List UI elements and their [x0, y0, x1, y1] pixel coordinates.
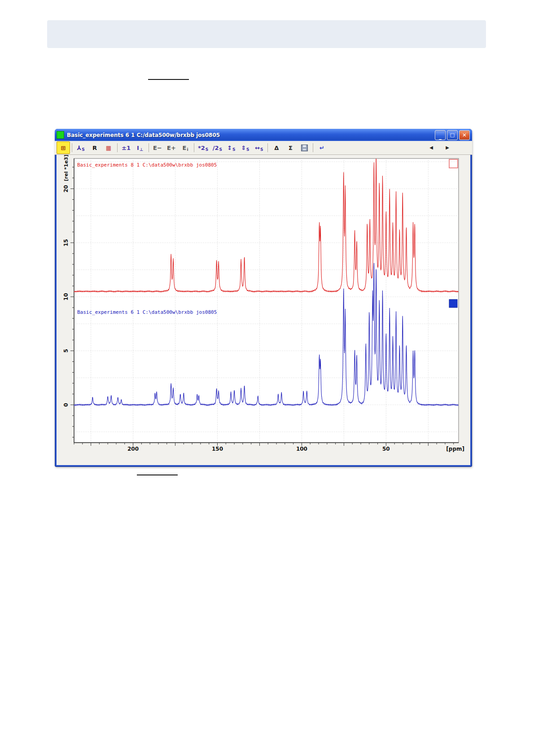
shift-up-down-button[interactable]: ↕S	[224, 141, 238, 154]
toolbar-separator	[149, 143, 149, 152]
x-axis-tick-label: 50	[382, 446, 390, 452]
underlined-text-segment	[137, 475, 178, 475]
floppy-disk-icon	[301, 145, 308, 151]
return-button[interactable]: ↵	[315, 141, 328, 154]
y-axis-tick-label: 0	[63, 403, 69, 407]
scale-vertical-button[interactable]: ⇕S	[238, 141, 252, 154]
difference-button[interactable]: Δ	[270, 141, 283, 154]
expand-initial-button[interactable]: Ei	[179, 141, 192, 154]
toolbar-separator	[194, 143, 194, 152]
expand-left-button[interactable]: E−	[151, 141, 164, 154]
dataset-marker-blue[interactable]	[449, 299, 457, 308]
toolbar-separator	[313, 143, 313, 152]
toolbar-separator	[117, 143, 118, 152]
save-button[interactable]	[298, 141, 311, 154]
spectrum-red-dataset-label: Basic_experiments 8 1 C:\data500w\brxbb …	[77, 162, 217, 168]
reset-scaling-button[interactable]: R	[88, 141, 101, 154]
x-axis-tick-label: 200	[127, 446, 139, 452]
y-axis-tick-label: 20	[63, 185, 69, 193]
nmr-chart-canvas[interactable]: 20015010050[ppm]05101520[rel *1e3]Basic_…	[57, 155, 470, 465]
window-title: Basic_experiments 6 1 C:/data500w/brxbb …	[67, 132, 435, 138]
x-axis-unit-label: [ppm]	[446, 446, 464, 452]
exit-multiple-display-button[interactable]: ⊞	[57, 141, 70, 154]
plot-area[interactable]	[74, 158, 459, 443]
y-axis-unit-label: [rel *1e3]	[63, 155, 69, 181]
multiple-display-toolbar: ⊞⅄SR▦±1I⊥E−E+Ei*2S/2S↕S⇕S↔SΔΣ↵ ◀▶	[55, 141, 472, 155]
shift-spectrum-button[interactable]: ±1	[119, 141, 133, 154]
y-axis-tick-label: 15	[63, 239, 69, 246]
toolbar-separator	[72, 143, 72, 152]
scroll-left-button[interactable]: ◀	[425, 141, 438, 154]
y-axis-tick-label: 5	[63, 349, 69, 352]
maximize-button[interactable]: □	[447, 130, 458, 140]
expand-right-button[interactable]: E+	[165, 141, 178, 154]
x-axis-tick-label: 150	[212, 446, 223, 452]
x-axis-tick-label: 100	[296, 446, 307, 452]
toolbar-separator	[267, 143, 268, 152]
sum-button[interactable]: Σ	[284, 141, 297, 154]
y-axis-tick-label: 10	[63, 293, 69, 301]
page-header-band	[47, 20, 486, 48]
separate-stack-button[interactable]: ⅄S	[74, 141, 88, 154]
app-icon	[57, 131, 64, 139]
spectrum-blue-dataset-label: Basic_experiments 6 1 C:\data500w\brxbb …	[77, 309, 217, 315]
shift-left-right-button[interactable]: ↔S	[252, 141, 266, 154]
scale-div2-button[interactable]: /2S	[210, 141, 224, 154]
spectrum-display-area[interactable]: 20015010050[ppm]05101520[rel *1e3]Basic_…	[57, 155, 470, 465]
minimize-button[interactable]: _	[435, 130, 446, 140]
topspin-multiple-display-window: Basic_experiments 6 1 C:/data500w/brxbb …	[55, 129, 472, 467]
underlined-text-segment	[148, 79, 189, 80]
align-baseline-button[interactable]: I⊥	[133, 141, 147, 154]
close-button[interactable]: ✕	[459, 130, 470, 140]
remove-dataset-button[interactable]: ▦	[102, 141, 115, 154]
scroll-right-button[interactable]: ▶	[441, 141, 454, 154]
window-titlebar[interactable]: Basic_experiments 6 1 C:/data500w/brxbb …	[55, 129, 472, 141]
scale-times2-button[interactable]: *2S	[196, 141, 210, 154]
